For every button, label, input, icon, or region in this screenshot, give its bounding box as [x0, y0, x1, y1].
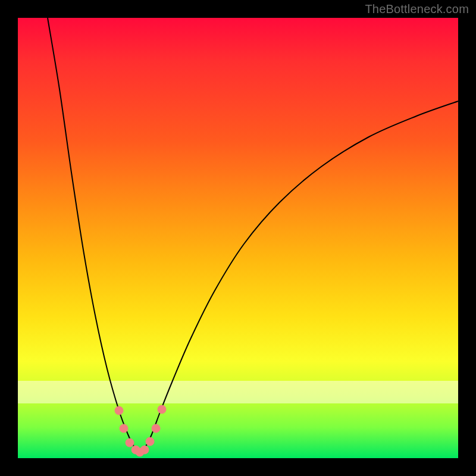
trough-marker-group — [115, 405, 166, 456]
trough-marker — [140, 446, 149, 454]
trough-marker — [120, 424, 128, 433]
watermark-text: TheBottleneck.com — [365, 2, 469, 16]
trough-marker — [152, 424, 160, 433]
chart-frame: TheBottleneck.com — [0, 0, 476, 476]
trough-marker — [115, 406, 123, 415]
trough-marker — [146, 437, 154, 446]
bottleneck-curve — [48, 18, 458, 452]
trough-marker — [126, 439, 134, 447]
trough-marker — [158, 405, 166, 414]
chart-svg — [18, 18, 458, 458]
